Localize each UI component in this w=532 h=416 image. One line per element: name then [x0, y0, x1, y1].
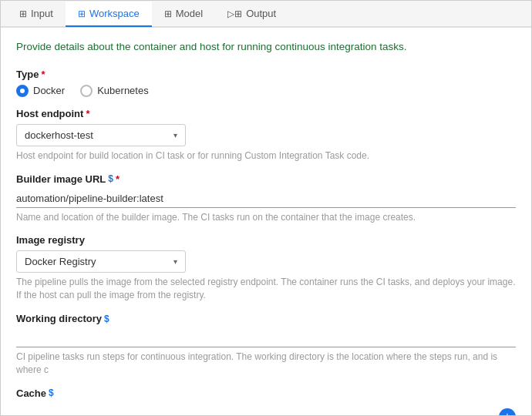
cache-field-group: Cache $ +	[16, 387, 516, 416]
cache-label: Cache $	[16, 387, 516, 399]
host-endpoint-dropdown-arrow: ▾	[173, 131, 177, 139]
builder-image-url-label: Builder image URL $ *	[16, 173, 516, 185]
builder-image-url-field-group: Builder image URL $ * Name and location …	[16, 173, 516, 224]
host-endpoint-hint: Host endpoint for build location in CI t…	[16, 149, 516, 163]
docker-radio-circle	[16, 85, 29, 97]
host-endpoint-field-group: Host endpoint * dockerhost-test ▾ Host e…	[16, 108, 516, 163]
main-content: Provide details about the container and …	[1, 28, 531, 416]
image-registry-hint: The pipeline pulls the image from the se…	[16, 276, 516, 302]
type-field-group: Type * Docker Kubernetes	[16, 69, 516, 97]
host-endpoint-required-star: *	[86, 108, 89, 119]
kubernetes-radio[interactable]: Kubernetes	[80, 85, 149, 97]
page-description: Provide details about the container and …	[16, 40, 516, 55]
image-registry-dropdown-arrow: ▾	[173, 257, 177, 266]
tab-output-label: Output	[246, 8, 276, 19]
cache-input-row: +	[16, 404, 516, 416]
builder-image-url-label-text: Builder image URL	[16, 173, 106, 185]
working-directory-dollar: $	[104, 314, 109, 324]
tab-bar: ⊞ Input ⊞ Workspace ⊞ Model ▷⊞ Output	[1, 1, 531, 28]
kubernetes-radio-circle	[80, 85, 93, 97]
type-radio-group: Docker Kubernetes	[16, 85, 516, 97]
tab-output[interactable]: ▷⊞ Output	[215, 2, 288, 27]
docker-radio-label: Docker	[33, 85, 65, 96]
tab-workspace-label: Workspace	[89, 8, 140, 19]
host-endpoint-dropdown[interactable]: dockerhost-test ▾	[16, 124, 186, 146]
kubernetes-radio-label: Kubernetes	[97, 85, 149, 96]
working-directory-label-text: Working directory	[16, 313, 102, 324]
tab-input-label: Input	[31, 8, 53, 19]
type-label: Type *	[16, 69, 516, 80]
model-tab-icon: ⊞	[164, 8, 172, 19]
working-directory-hint: CI pipeline tasks run steps for continuo…	[16, 351, 516, 377]
add-cache-button[interactable]: +	[499, 408, 516, 416]
type-required-star: *	[41, 69, 45, 80]
image-registry-dropdown[interactable]: Docker Registry ▾	[16, 250, 186, 273]
tab-model-label: Model	[176, 8, 203, 19]
image-registry-value: Docker Registry	[25, 256, 96, 267]
builder-image-url-dollar: $	[108, 173, 113, 184]
image-registry-label-text: Image registry	[16, 234, 85, 246]
host-endpoint-value: dockerhost-test	[25, 129, 93, 141]
host-endpoint-label: Host endpoint *	[16, 108, 516, 119]
docker-radio[interactable]: Docker	[16, 85, 65, 97]
tab-workspace[interactable]: ⊞ Workspace	[66, 2, 152, 27]
working-directory-input[interactable]	[16, 329, 516, 347]
output-tab-icon: ▷⊞	[227, 8, 242, 19]
type-label-text: Type	[16, 69, 39, 80]
builder-image-url-input[interactable]	[16, 190, 516, 208]
builder-image-url-hint: Name and location of the builder image. …	[16, 211, 516, 224]
cache-label-text: Cache	[16, 387, 46, 399]
workspace-tab-icon: ⊞	[78, 8, 86, 19]
image-registry-field-group: Image registry Docker Registry ▾ The pip…	[16, 234, 516, 302]
cache-dollar: $	[49, 387, 54, 398]
working-directory-field-group: Working directory $ CI pipeline tasks ru…	[16, 313, 516, 377]
host-endpoint-label-text: Host endpoint	[16, 108, 83, 119]
tab-input[interactable]: ⊞ Input	[7, 2, 66, 27]
cache-input[interactable]	[16, 405, 491, 416]
working-directory-label: Working directory $	[16, 313, 516, 324]
image-registry-label: Image registry	[16, 234, 516, 246]
input-tab-icon: ⊞	[19, 8, 27, 19]
tab-model[interactable]: ⊞ Model	[152, 2, 215, 27]
builder-image-url-required-star: *	[116, 173, 120, 185]
